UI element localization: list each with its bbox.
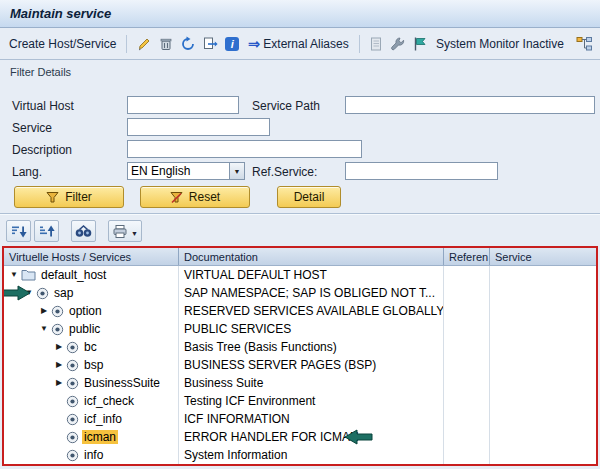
page-title: Maintain service bbox=[10, 6, 111, 21]
virtual-host-field[interactable] bbox=[127, 96, 239, 114]
service-icon bbox=[51, 305, 64, 318]
pencil-icon bbox=[136, 36, 152, 52]
service-path-field[interactable] bbox=[345, 96, 595, 114]
reset-button[interactable]: Reset bbox=[140, 186, 250, 208]
node-reference bbox=[444, 392, 490, 410]
annotation-arrow bbox=[2, 285, 31, 301]
column-header-service[interactable]: Service bbox=[490, 248, 596, 265]
information-button[interactable] bbox=[224, 34, 241, 53]
node-label[interactable]: option bbox=[67, 304, 104, 318]
tree-row-icman[interactable]: icmanERROR HANDLER FOR ICMAN bbox=[4, 428, 596, 446]
service-icon bbox=[36, 287, 49, 300]
sort-ascending-icon bbox=[39, 224, 55, 239]
description-label: Description bbox=[12, 143, 72, 157]
service-icon bbox=[51, 323, 64, 336]
services-tree-table: Virtuelle Hosts / Services Documentation… bbox=[2, 246, 598, 466]
system-monitor-button[interactable] bbox=[412, 34, 429, 53]
expander-closed-icon[interactable] bbox=[53, 361, 65, 369]
tree-row-sap[interactable]: sapSAP NAMESPACE; SAP IS OBLIGED NOT T..… bbox=[4, 284, 596, 302]
node-service bbox=[490, 392, 596, 410]
node-service bbox=[490, 410, 596, 428]
chevron-down-icon[interactable] bbox=[229, 163, 244, 179]
service-icon bbox=[66, 359, 79, 372]
service-label: Service bbox=[12, 121, 52, 135]
ref-service-label: Ref.Service: bbox=[252, 165, 317, 179]
expander-closed-icon[interactable] bbox=[53, 343, 65, 351]
dropdown-arrow-icon[interactable] bbox=[131, 222, 138, 240]
services-list-button[interactable] bbox=[368, 34, 385, 53]
external-aliases-button[interactable]: External Aliases bbox=[246, 34, 351, 53]
node-label[interactable]: bsp bbox=[82, 358, 105, 372]
system-monitor-label: System Monitor Inactive bbox=[434, 35, 566, 53]
print-button[interactable] bbox=[108, 220, 142, 242]
funnel-delete-icon bbox=[170, 191, 183, 204]
node-documentation: PUBLIC SERVICES bbox=[179, 320, 444, 338]
ref-service-field[interactable] bbox=[345, 162, 498, 180]
service-path-label: Service Path bbox=[252, 99, 320, 113]
tree-row-icf_check[interactable]: icf_checkTesting ICF Environment bbox=[4, 392, 596, 410]
tree-row-default_host[interactable]: default_hostVIRTUAL DEFAULT HOST bbox=[4, 266, 596, 284]
expander-closed-icon[interactable] bbox=[53, 379, 65, 387]
node-label[interactable]: bc bbox=[82, 340, 99, 354]
node-reference bbox=[444, 284, 490, 302]
tree-row-bsp[interactable]: bspBUSINESS SERVER PAGES (BSP) bbox=[4, 356, 596, 374]
node-label[interactable]: icman bbox=[82, 430, 118, 444]
tree-row-bc[interactable]: bcBasis Tree (Basis Functions) bbox=[4, 338, 596, 356]
node-label[interactable]: default_host bbox=[39, 268, 108, 282]
language-select[interactable]: EN English bbox=[127, 162, 245, 180]
column-header-reference[interactable]: Referen bbox=[444, 248, 490, 265]
node-reference bbox=[444, 302, 490, 320]
refresh-button[interactable] bbox=[179, 34, 196, 53]
node-label[interactable]: BusinessSuite bbox=[82, 376, 162, 390]
delete-button[interactable] bbox=[157, 34, 174, 53]
filter-button-label: Filter bbox=[65, 190, 92, 204]
tree-row-option[interactable]: optionRESERVED SERVICES AVAILABLE GLOBAL… bbox=[4, 302, 596, 320]
description-field[interactable] bbox=[127, 140, 362, 158]
title-bar: Maintain service bbox=[0, 0, 600, 28]
node-service bbox=[490, 338, 596, 356]
document-icon bbox=[368, 36, 384, 52]
node-label[interactable]: public bbox=[67, 322, 102, 336]
tree-row-public[interactable]: publicPUBLIC SERVICES bbox=[4, 320, 596, 338]
service-field[interactable] bbox=[127, 118, 270, 136]
sort-descending-button[interactable] bbox=[6, 220, 31, 242]
expander-open-icon[interactable] bbox=[8, 271, 20, 279]
service-icon bbox=[66, 431, 79, 444]
hierarchy-icon bbox=[576, 36, 593, 52]
service-icon bbox=[36, 287, 49, 300]
annotation-arrow-icon bbox=[2, 285, 31, 301]
find-button[interactable] bbox=[71, 220, 96, 242]
node-reference bbox=[444, 356, 490, 374]
node-label[interactable]: sap bbox=[52, 286, 75, 300]
create-host-service-button[interactable]: Create Host/Service bbox=[7, 35, 118, 53]
detail-button[interactable]: Detail bbox=[277, 186, 341, 208]
expander-closed-icon[interactable] bbox=[38, 307, 50, 315]
column-header-hosts[interactable]: Virtuelle Hosts / Services bbox=[4, 248, 179, 265]
trace-settings-button[interactable] bbox=[390, 34, 407, 53]
node-label[interactable]: icf_check bbox=[82, 394, 136, 408]
node-label[interactable]: icf_info bbox=[82, 412, 124, 426]
hierarchy-view-button[interactable] bbox=[576, 34, 593, 53]
column-header-documentation[interactable]: Documentation bbox=[179, 248, 444, 265]
tree-row-BusinessSuite[interactable]: BusinessSuiteBusiness Suite bbox=[4, 374, 596, 392]
service-icon bbox=[66, 377, 79, 390]
node-label[interactable]: info bbox=[82, 448, 105, 462]
display-change-button[interactable] bbox=[135, 34, 152, 53]
node-documentation: ERROR HANDLER FOR ICMAN bbox=[179, 428, 444, 446]
service-icon bbox=[66, 395, 79, 408]
filter-button[interactable]: Filter bbox=[14, 186, 124, 208]
expander-open-icon[interactable] bbox=[38, 325, 50, 333]
tree-row-icf_info[interactable]: icf_infoICF INFORMATION bbox=[4, 410, 596, 428]
node-reference bbox=[444, 428, 490, 446]
binoculars-icon bbox=[75, 224, 92, 238]
tree-row-info[interactable]: infoSystem Information bbox=[4, 446, 596, 464]
service-icon bbox=[66, 341, 79, 354]
copy-service-button[interactable] bbox=[202, 34, 219, 53]
sort-ascending-button[interactable] bbox=[34, 220, 59, 242]
external-aliases-label: External Aliases bbox=[263, 37, 348, 51]
language-label: Lang. bbox=[12, 165, 42, 179]
toolbar-separator bbox=[126, 35, 127, 53]
service-icon bbox=[66, 431, 79, 444]
node-reference bbox=[444, 374, 490, 392]
service-icon bbox=[66, 449, 79, 462]
